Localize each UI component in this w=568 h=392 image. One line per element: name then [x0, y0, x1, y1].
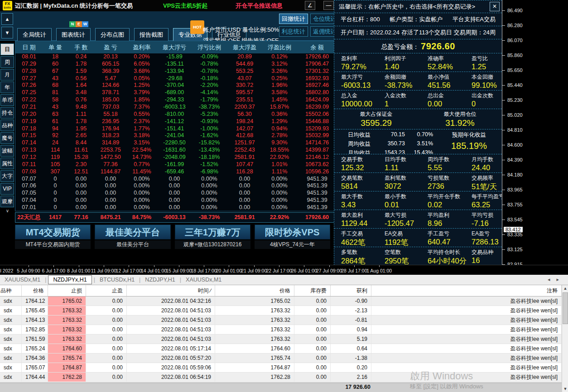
sidebar-item-大字[interactable]: 大字 [0, 170, 14, 182]
trade-column-header[interactable]: 注释 [371, 285, 562, 296]
sidebar-item-VIP[interactable]: VIP [0, 183, 14, 195]
sidebar-chevron-icon[interactable]: ∨ [0, 208, 14, 213]
trade-table-header: 品种价格止损止盈时间 ∕价格库存费获利注释 [0, 285, 562, 296]
toolbar-button-报告截图[interactable]: 报告截图 [134, 28, 168, 42]
trade-column-header[interactable]: 获利 [331, 285, 371, 296]
sidebar-item-观摩[interactable]: 观摩 [0, 196, 14, 207]
table-row[interactable]: 07.0600.000.000.00%0.000.00%0.000.00%945… [15, 182, 337, 190]
ad-banner[interactable]: 三年1万赚7万观摩+微信13012870216 [175, 225, 250, 249]
trade-row[interactable]: sdx1765.241764.600.002022.08.01 05:17:14… [0, 344, 562, 354]
sidebar-item-属性[interactable]: 属性 [0, 158, 14, 169]
ad-banner[interactable]: 最佳美分平台最佳美分平台 [95, 225, 170, 249]
toolbar-button-专业数据[interactable]: 专业数据HOT [173, 28, 207, 42]
scrollbar-thumb[interactable] [563, 292, 568, 324]
table-row[interactable]: 07.15922.65318.233.18%-241.04-1.62%412.6… [15, 132, 337, 139]
trade-row[interactable]: sdx1764.131763.320.002022.08.01 04:51:03… [0, 316, 562, 325]
trade-row[interactable]: sdx1764.361765.740.002022.08.01 05:57:20… [0, 354, 562, 363]
table-row[interactable]: 07.1311411.612253.7522.54%-1631.60-13.43… [15, 147, 337, 154]
trade-cell: 2022.08.01 04:51:03 [127, 325, 215, 334]
table-row[interactable]: 07.0400.000.000.00%0.000.00%0.000.00%945… [15, 197, 337, 204]
table-row[interactable]: 07.14248.44314.893.15%-2280.50-15.82%125… [15, 139, 337, 147]
trade-column-header[interactable]: 止损 [48, 285, 86, 296]
tab-scroll-arrows[interactable]: ◂▸ [548, 277, 565, 282]
table-row[interactable]: 07.28671.59368.393.68%-133.94-0.78%553.2… [15, 68, 337, 75]
table-row[interactable]: 07.26681.64124.661.25%-370.04-2.20%330.7… [15, 82, 337, 89]
table-row[interactable]: 07.25813.48378.713.79%-689.00-4.14%595.5… [15, 89, 337, 96]
trade-row[interactable]: sdx1761.591763.320.002022.08.01 04:51:03… [0, 335, 562, 344]
vertical-scrollbar[interactable]: ▲ ▼ [562, 285, 568, 392]
trade-row[interactable]: sdx1765.071764.870.002022.08.01 05:59:06… [0, 363, 562, 373]
sidebar-item-持仓[interactable]: 持仓 [0, 107, 14, 119]
price-tick [502, 205, 505, 205]
cell: 07.18 [15, 125, 43, 133]
table-row[interactable]: 07.111052.3077.360.77%-161.99-1.52%107.4… [15, 161, 337, 168]
table-row[interactable]: 07.29601.78605.156.05%-135.11-0.78%544.6… [15, 61, 337, 68]
close-icon[interactable]: ✕ [490, 2, 500, 11]
sidebar-item-月[interactable]: 月 [0, 69, 14, 81]
scroll-down-button[interactable]: ▼ [1, 27, 13, 38]
table-row[interactable]: 07.0100.000.000.00%0.000.00%0.000.00%945… [15, 204, 337, 211]
table-row[interactable]: 07.22580.76185.001.85%-294.33-1.79%235.5… [15, 96, 337, 104]
sidebar-item-单币[interactable]: 单币 [0, 94, 14, 106]
time-tick [329, 265, 330, 267]
chart-tab-NZDJPY,H1[interactable]: NZDJPY,H1 [140, 276, 179, 284]
table-row[interactable]: 07.19611.78236.952.37%-141.12-0.93%198.2… [15, 118, 337, 125]
sidebar-item-魔号[interactable]: 魔号 [0, 132, 14, 144]
table-row[interactable]: 07.27430.565.470.05%-29.68-0.18%43.070.2… [15, 75, 337, 82]
minimize-button[interactable]: — [323, 1, 334, 10]
trade-row[interactable]: sdx1764.441762.280.002022.08.01 06:54:19… [0, 373, 562, 382]
stat-button-利息统计[interactable]: 利息统计 [279, 26, 308, 37]
toolbar-button-全局统计[interactable]: 全局统计 [17, 28, 52, 42]
toolbar-button-分布点图[interactable]: 分布点图 [95, 28, 130, 42]
sidebar-item-品种[interactable]: 品种 [0, 120, 14, 131]
sidebar-item-周[interactable]: 周 [0, 56, 14, 68]
vps-promo-link[interactable]: VPS云主机5折起 [163, 2, 207, 10]
sidebar-item-日[interactable]: 日 [0, 43, 14, 55]
chart-tab-NZDJPYx,H1[interactable]: NZDJPYx,H1 [48, 275, 91, 284]
trade-row[interactable]: sdx1764.121765.020.002022.08.01 04:32:16… [0, 296, 562, 306]
trade-column-header[interactable]: 库存费 [294, 285, 331, 296]
chart-tab-XAUUSDx,M1[interactable]: XAUUSDx,M1 [181, 276, 226, 284]
cell: 3.48 [68, 89, 94, 96]
cell: 56.30 [226, 111, 263, 118]
trade-cell: 1764.60 [215, 344, 294, 353]
trade-row[interactable]: sdx1765.451763.320.002022.08.01 04:51:03… [0, 306, 562, 316]
stat-label: EA盈亏 [472, 230, 502, 238]
trade-row[interactable]: sdx1762.851763.320.002022.08.01 04:51:03… [0, 325, 562, 335]
cell: 77.36 [94, 161, 127, 168]
table-row[interactable]: 07.0830712.511144.8711.45%-659.46-6.98%1… [15, 168, 337, 176]
scroll-up-button[interactable]: ▲ [1, 13, 13, 25]
toolbar-button-图表统计[interactable]: 图表统计NEW [56, 28, 91, 42]
price-label: 86.490 [507, 8, 523, 13]
table-row[interactable]: 07.18941.95176.941.77%-151.41-1.00%142.0… [15, 125, 337, 133]
scrollbar-down-icon[interactable]: ▼ [562, 386, 568, 392]
chart-tab-BTCUSDx,H1[interactable]: BTCUSDx,H1 [95, 276, 139, 284]
table-row[interactable]: 07.20631.1155.180.55%-810.00-5.23%56.300… [15, 111, 337, 118]
table-row[interactable]: 07.0700.000.000.00%0.000.00%0.000.00%945… [15, 176, 337, 183]
ad-banner[interactable]: MT4交易期货MT4平台交易国内期货 [15, 225, 91, 249]
table-row[interactable]: 08.01180.2420.130.20%-15.89-0.09%20.890.… [15, 53, 337, 61]
trade-table: 品种价格止损止盈时间 ∕价格库存费获利注释 sdx1764.121765.020… [0, 285, 562, 382]
trade-column-header[interactable]: 品种 [0, 285, 22, 296]
trade-column-header[interactable]: 价格 [215, 285, 294, 296]
sidebar-item-年[interactable]: 年 [0, 81, 14, 93]
ad-banner[interactable]: 限时秒杀VPS4核VPS_74元一年 [255, 225, 330, 249]
stat-value: 0.02 [428, 201, 472, 209]
trade-column-header[interactable]: 时间 ∕ [127, 285, 215, 296]
sidebar-item-波幅[interactable]: 波幅 [0, 145, 14, 157]
push-promo-link[interactable]: 开仓平仓推送信息 [236, 2, 283, 10]
table-row[interactable]: 07.1211915.281472.5014.73%-2048.09-18.18… [15, 154, 337, 161]
table-row[interactable]: 07.21439.48737.037.37%-6003.13-38.73%220… [15, 104, 337, 111]
stat-button-回撤统计[interactable]: 回撤统计 [279, 14, 308, 24]
angle-tool-button[interactable]: ∠ [305, 1, 315, 10]
trade-column-header[interactable]: 止盈 [86, 285, 127, 296]
stat-value: 5.55 [428, 163, 472, 172]
trade-column-header[interactable]: 价格 [22, 285, 48, 296]
trade-cell: 1764.36 [22, 354, 48, 363]
scrollbar-up-icon[interactable]: ▲ [562, 285, 568, 292]
cell: 105 [43, 161, 68, 168]
table-row[interactable]: 07.0500.000.000.00%0.000.00%0.000.00%945… [15, 190, 337, 197]
price-tick [502, 115, 505, 115]
chart-tab-XAUUSDx,M1[interactable]: XAUUSDx,M1 [0, 276, 45, 284]
cell: 314.89 [94, 139, 127, 147]
